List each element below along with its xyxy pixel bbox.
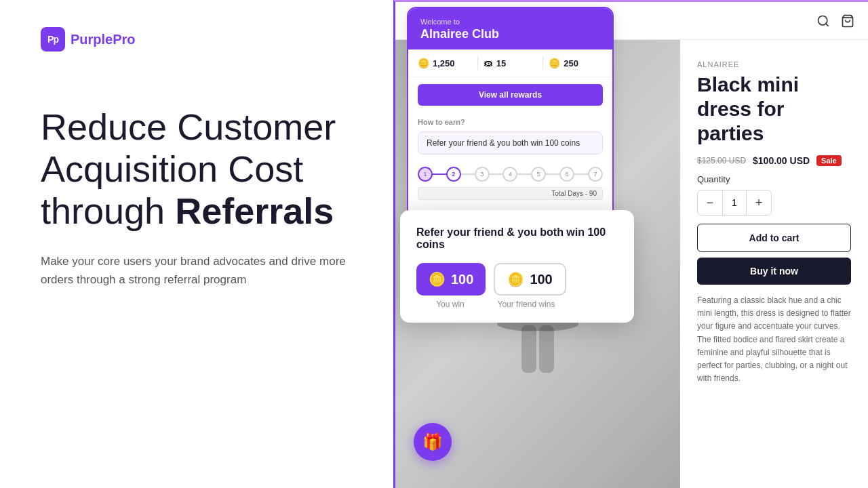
qty-minus-button[interactable]: − xyxy=(698,190,722,215)
headline-line2: Acquisition Cost xyxy=(41,148,303,189)
friend-coin-icon: 🪙 xyxy=(507,271,524,287)
step-3: 3 xyxy=(475,167,490,182)
svg-point-0 xyxy=(818,16,827,24)
logo-prefix: Purple xyxy=(71,32,113,47)
points-icon: 🪙 xyxy=(549,58,560,68)
step-6: 6 xyxy=(559,167,574,182)
store-header-icons xyxy=(816,14,854,28)
step-line-2 xyxy=(461,174,475,175)
stat-stamps: 🎟 15 xyxy=(484,58,538,68)
friend-win-label: Your friend wins xyxy=(492,300,560,309)
popup-labels-row: You win Your friend wins xyxy=(416,300,618,309)
coins-value: 1,250 xyxy=(433,58,455,68)
points-value: 250 xyxy=(564,58,578,68)
rewards-header: Welcome to Alnairee Club xyxy=(408,8,612,49)
qty-value: 1 xyxy=(722,190,747,215)
step-line-5 xyxy=(546,174,559,175)
add-to-cart-button[interactable]: Add to cart xyxy=(697,224,851,252)
you-win-label: You win xyxy=(416,300,484,309)
qty-plus-button[interactable]: + xyxy=(747,190,771,215)
rewards-club-name: Alnairee Club xyxy=(420,27,600,41)
price-sale: $100.00 USD xyxy=(753,155,810,166)
headline-line3: through Referrals xyxy=(41,190,334,231)
sale-badge: Sale xyxy=(816,155,842,166)
buy-now-button[interactable]: Buy it now xyxy=(697,258,851,285)
you-win-card: 🪙 100 xyxy=(416,263,486,296)
steps-track: 1 2 3 4 5 6 7 xyxy=(418,167,603,182)
rewards-welcome-text: Welcome to xyxy=(420,18,600,26)
you-coins-value: 100 xyxy=(451,272,473,287)
search-icon[interactable] xyxy=(816,14,830,28)
cart-icon[interactable] xyxy=(841,14,854,28)
headline: Reduce Customer Acquisition Cost through… xyxy=(41,106,353,232)
stat-coins: 🪙 1,250 xyxy=(418,58,472,68)
product-info: ALNAIREE Black mini dress for parties $1… xyxy=(680,40,868,488)
step-5: 5 xyxy=(531,167,546,182)
logo-icon-text: Pp xyxy=(47,34,58,45)
view-rewards-button[interactable]: View all rewards xyxy=(418,84,603,106)
left-panel: Pp PurplePro Reduce Customer Acquisition… xyxy=(0,0,393,488)
product-description: Featuring a classic black hue and a chic… xyxy=(697,294,851,385)
step-line-4 xyxy=(517,174,531,175)
friend-coins-value: 100 xyxy=(530,272,552,287)
popup-coins-row: 🪙 100 🪙 100 xyxy=(416,263,618,296)
logo-text: PurplePro xyxy=(71,32,136,47)
step-1: 1 xyxy=(418,167,433,182)
price-original: $125.00 USD xyxy=(697,156,746,165)
rewards-stats: 🪙 1,250 🎟 15 🪙 250 xyxy=(408,49,612,77)
svg-line-1 xyxy=(826,23,829,26)
product-pricing: $125.00 USD $100.00 USD Sale xyxy=(697,155,851,166)
rewards-panel: Welcome to Alnairee Club 🪙 1,250 🎟 15 🪙 … xyxy=(407,7,614,242)
product-title: Black mini dress for parties xyxy=(697,73,851,146)
headline-bold: Referrals xyxy=(175,190,334,231)
logo-icon: Pp xyxy=(41,27,65,52)
stamps-value: 15 xyxy=(496,58,506,68)
step-line-3 xyxy=(490,174,503,175)
stamps-icon: 🎟 xyxy=(484,58,493,68)
step-2: 2 xyxy=(446,167,461,182)
subtext: Make your core users your brand advocate… xyxy=(41,252,353,289)
total-days-badge: Total Days - 90 xyxy=(418,187,603,200)
svg-rect-5 xyxy=(539,325,554,373)
popup-title: Refer your friend & you both win 100 coi… xyxy=(416,226,618,251)
logo-area: Pp PurplePro xyxy=(41,27,353,52)
friend-win-card: 🪙 100 xyxy=(494,263,566,296)
step-line-1 xyxy=(433,174,446,175)
referral-popup: Refer your friend & you both win 100 coi… xyxy=(400,210,634,323)
quantity-label: Quantity xyxy=(697,174,851,184)
stat-divider-2 xyxy=(542,56,543,70)
gift-icon: 🎁 xyxy=(422,432,443,451)
you-coin-icon: 🪙 xyxy=(429,271,446,287)
how-to-earn-label: How to earn? xyxy=(408,113,612,131)
stat-divider-1 xyxy=(477,56,478,70)
headline-line1: Reduce Customer xyxy=(41,106,336,147)
stat-points: 🪙 250 xyxy=(549,58,603,68)
gift-fab-button[interactable]: 🎁 xyxy=(414,423,452,461)
logo-suffix: Pro xyxy=(113,32,135,47)
step-line-6 xyxy=(574,174,588,175)
step-4: 4 xyxy=(502,167,517,182)
quantity-control: − 1 + xyxy=(697,190,772,216)
step-7: 7 xyxy=(588,167,603,182)
product-brand: ALNAIREE xyxy=(697,60,851,68)
coin-icon: 🪙 xyxy=(418,58,429,68)
steps-area: 1 2 3 4 5 6 7 Total Days - 90 xyxy=(408,159,612,211)
svg-rect-4 xyxy=(521,325,536,373)
headline-regular: through xyxy=(41,190,175,231)
refer-friend-item: Refer your friend & you both win 100 coi… xyxy=(418,131,603,155)
right-panel: AL xyxy=(393,0,868,488)
